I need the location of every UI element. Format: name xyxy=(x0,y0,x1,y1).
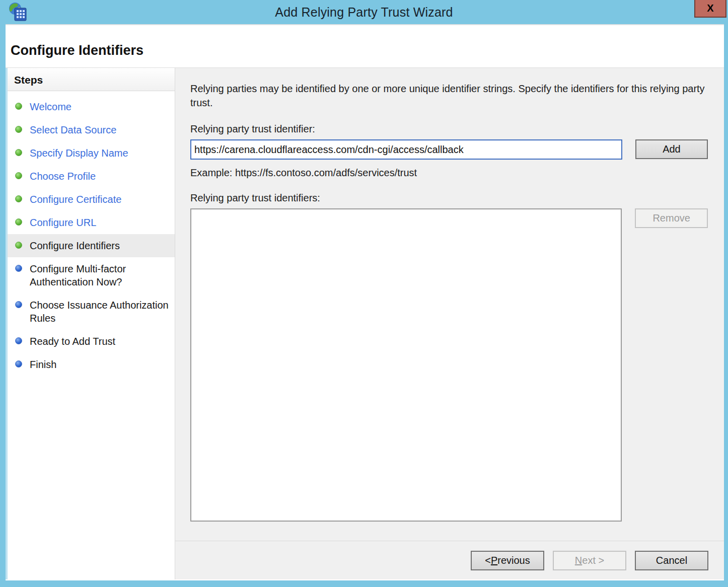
main-content: Relying parties may be identified by one… xyxy=(175,68,724,541)
previous-button[interactable]: < Previous xyxy=(471,551,544,570)
title-bar: Add Relying Party Trust Wizard X xyxy=(0,0,728,24)
next-label-key: N xyxy=(575,555,582,566)
step-label: Finish xyxy=(30,359,56,370)
next-button[interactable]: Next > xyxy=(553,551,626,570)
page-header: Configure Identifiers xyxy=(6,25,724,68)
sidebar-step-choose-profile[interactable]: Choose Profile xyxy=(8,165,175,188)
previous-label-suffix: revious xyxy=(497,555,530,566)
wizard-window: Add Relying Party Trust Wizard X Configu… xyxy=(0,0,728,587)
footer-button-bar: < Previous Next > Cancel xyxy=(175,541,724,579)
green-step-bullet-icon xyxy=(15,103,22,110)
example-text: Example: https://fs.contoso.com/adfs/ser… xyxy=(190,167,708,179)
sidebar-step-configure-url[interactable]: Configure URL xyxy=(8,211,175,234)
green-step-bullet-icon xyxy=(15,172,22,179)
green-step-bullet-icon xyxy=(15,218,22,226)
sidebar-step-configure-multi-factor-authentication-now: Configure Multi-factor Authentication No… xyxy=(8,257,175,293)
step-label: Welcome xyxy=(30,101,71,112)
step-label: Ready to Add Trust xyxy=(30,336,115,347)
step-label: Choose Issuance Authorization Rules xyxy=(30,300,169,324)
step-label: Configure Multi-factor Authentication No… xyxy=(30,263,126,287)
previous-label-prefix: < xyxy=(485,555,491,566)
page-title: Configure Identifiers xyxy=(11,43,143,58)
page-description: Relying parties may be identified by one… xyxy=(190,82,708,110)
step-label: Choose Profile xyxy=(30,171,96,182)
green-step-bullet-icon xyxy=(15,195,22,202)
sidebar-step-select-data-source[interactable]: Select Data Source xyxy=(8,118,175,141)
close-button[interactable]: X xyxy=(694,0,726,18)
sidebar-step-specify-display-name[interactable]: Specify Display Name xyxy=(8,141,175,165)
blue-step-bullet-icon xyxy=(15,337,22,344)
add-button[interactable]: Add xyxy=(635,139,708,159)
sidebar-step-ready-to-add-trust: Ready to Add Trust xyxy=(8,330,175,353)
adfs-globe-building-icon xyxy=(7,2,28,23)
step-label: Configure URL xyxy=(30,217,96,228)
identifiers-listbox[interactable] xyxy=(190,208,622,522)
identifier-input[interactable] xyxy=(190,139,622,160)
blue-step-bullet-icon xyxy=(15,360,22,368)
sidebar-step-choose-issuance-authorization-rules: Choose Issuance Authorization Rules xyxy=(8,293,175,330)
green-step-bullet-icon xyxy=(15,242,22,249)
identifiers-list-label: Relying party trust identifiers: xyxy=(190,192,708,204)
step-label: Specify Display Name xyxy=(30,148,128,159)
steps-list: WelcomeSelect Data SourceSpecify Display… xyxy=(8,91,175,376)
remove-button[interactable]: Remove xyxy=(635,208,708,228)
sidebar-step-configure-certificate[interactable]: Configure Certificate xyxy=(8,188,175,211)
green-step-bullet-icon xyxy=(15,149,22,156)
window-title: Add Relying Party Trust Wizard xyxy=(0,5,728,20)
steps-heading: Steps xyxy=(8,68,175,91)
sidebar-step-finish: Finish xyxy=(8,353,175,376)
green-step-bullet-icon xyxy=(15,126,22,133)
blue-step-bullet-icon xyxy=(15,265,22,272)
sidebar-step-welcome[interactable]: Welcome xyxy=(8,95,175,118)
previous-label-key: P xyxy=(491,555,497,566)
step-label: Configure Identifiers xyxy=(30,240,120,251)
wizard-panel: Configure Identifiers Steps WelcomeSelec… xyxy=(6,24,724,580)
step-label: Select Data Source xyxy=(30,124,116,135)
sidebar-step-configure-identifiers: Configure Identifiers xyxy=(8,234,175,257)
identifier-field-label: Relying party trust identifier: xyxy=(190,123,708,135)
steps-sidebar: Steps WelcomeSelect Data SourceSpecify D… xyxy=(6,68,175,579)
step-label: Configure Certificate xyxy=(30,194,121,205)
blue-step-bullet-icon xyxy=(15,301,22,308)
next-label-suffix: ext > xyxy=(582,555,604,566)
cancel-button[interactable]: Cancel xyxy=(635,551,708,570)
